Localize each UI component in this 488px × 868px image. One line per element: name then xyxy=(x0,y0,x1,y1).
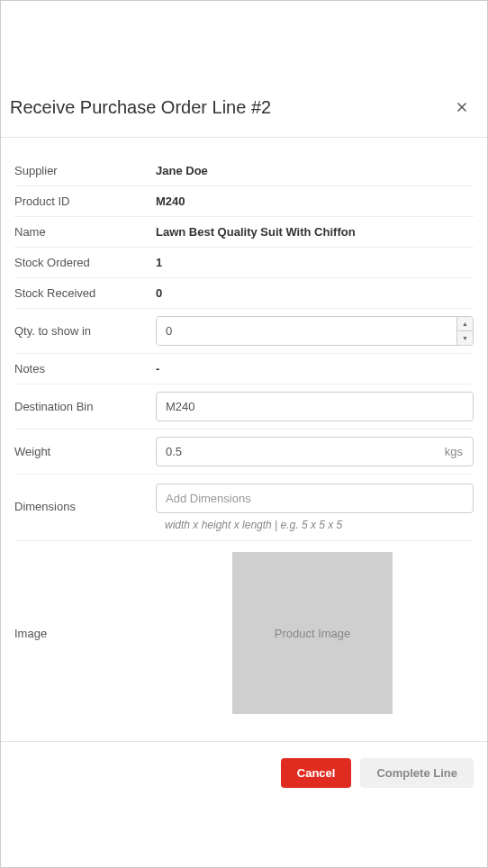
dimensions-content: width x height x length | e.g. 5 x 5 x 5 xyxy=(156,484,474,531)
notes-value: - xyxy=(156,362,159,375)
modal-container: Receive Purchase Order Line #2 Supplier … xyxy=(1,1,487,804)
name-value: Lawn Best Quality Suit With Chiffon xyxy=(156,225,356,239)
dimensions-input[interactable] xyxy=(156,484,474,513)
qty-input-wrap: ▲ ▼ xyxy=(156,316,474,346)
stock-received-row: Stock Received 0 xyxy=(14,278,474,309)
qty-increment-button[interactable]: ▲ xyxy=(457,317,473,331)
image-row: Image Product Image xyxy=(14,541,474,725)
stock-ordered-label: Stock Ordered xyxy=(14,256,156,269)
qty-show-label: Qty. to show in xyxy=(14,324,156,338)
weight-input-wrap: kgs xyxy=(156,437,474,466)
weight-input[interactable] xyxy=(156,437,474,466)
destination-bin-label: Destination Bin xyxy=(14,400,156,413)
modal-footer: Cancel Complete Line xyxy=(1,741,487,804)
destination-bin-input-wrap xyxy=(156,392,474,421)
weight-row: Weight kgs xyxy=(14,429,474,475)
notes-row: Notes - xyxy=(14,354,474,384)
supplier-row: Supplier Jane Doe xyxy=(14,156,474,186)
destination-bin-input[interactable] xyxy=(156,392,474,421)
cancel-button[interactable]: Cancel xyxy=(281,758,352,788)
spinner-buttons: ▲ ▼ xyxy=(456,317,473,345)
weight-label: Weight xyxy=(14,445,156,458)
stock-received-value: 0 xyxy=(156,286,162,300)
product-image-placeholder: Product Image xyxy=(232,552,393,714)
destination-bin-row: Destination Bin xyxy=(14,384,474,429)
image-label: Image xyxy=(14,627,156,640)
close-button[interactable] xyxy=(450,95,474,119)
stock-ordered-row: Stock Ordered 1 xyxy=(14,248,474,278)
product-id-row: Product ID M240 xyxy=(14,186,474,217)
dimensions-hint: width x height x length | e.g. 5 x 5 x 5 xyxy=(165,519,474,531)
close-icon xyxy=(454,99,470,115)
stock-received-label: Stock Received xyxy=(14,286,156,300)
name-row: Name Lawn Best Quality Suit With Chiffon xyxy=(14,217,474,248)
product-id-label: Product ID xyxy=(14,194,156,208)
modal-title: Receive Purchase Order Line #2 xyxy=(10,97,271,118)
qty-decrement-button[interactable]: ▼ xyxy=(457,331,473,345)
dimensions-label: Dimensions xyxy=(14,484,156,513)
name-label: Name xyxy=(14,225,156,239)
stock-ordered-value: 1 xyxy=(156,256,162,269)
dimensions-row: Dimensions width x height x length | e.g… xyxy=(14,475,474,541)
product-id-value: M240 xyxy=(156,194,185,208)
complete-line-button[interactable]: Complete Line xyxy=(360,758,474,788)
notes-label: Notes xyxy=(14,362,156,375)
supplier-label: Supplier xyxy=(14,164,156,177)
qty-input[interactable] xyxy=(157,317,456,345)
modal-body: Supplier Jane Doe Product ID M240 Name L… xyxy=(1,138,487,725)
qty-show-row: Qty. to show in ▲ ▼ xyxy=(14,309,474,354)
supplier-value: Jane Doe xyxy=(156,164,208,177)
modal-header: Receive Purchase Order Line #2 xyxy=(1,95,487,138)
